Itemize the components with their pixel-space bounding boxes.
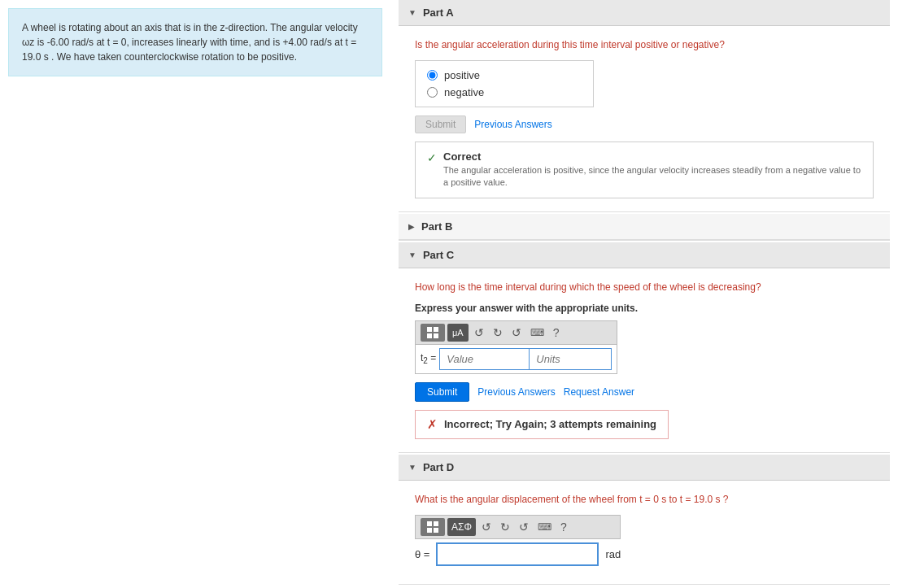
part-b-header[interactable]: ▶ Part B xyxy=(399,214,890,240)
svg-rect-4 xyxy=(427,521,432,526)
part-d-content: What is the angular displacement of the … xyxy=(399,481,890,584)
part-c-express-units: Express your answer with the appropriate… xyxy=(415,303,874,314)
svg-rect-0 xyxy=(427,327,432,332)
part-a-content: Is the angular acceleration during this … xyxy=(399,26,890,211)
part-c-previous-answers-link[interactable]: Previous Answers xyxy=(477,386,555,398)
part-d-toolbar-sigma-button[interactable]: ΑΣΦ xyxy=(447,518,476,536)
part-d-toolbar-reset-button[interactable]: ↺ xyxy=(516,518,532,536)
theta-unit: rad xyxy=(605,548,621,560)
part-a-label: Part A xyxy=(423,7,454,19)
svg-rect-7 xyxy=(434,528,438,533)
keyboard-icon: ⌨ xyxy=(530,327,544,338)
toolbar-redo-button[interactable]: ↻ xyxy=(490,324,506,342)
part-d-toolbar-redo-button[interactable]: ↻ xyxy=(497,518,513,536)
correct-content: Correct The angular acceleration is posi… xyxy=(443,150,861,189)
part-a-previous-answers-link[interactable]: Previous Answers xyxy=(474,119,551,130)
toolbar-reset-button[interactable]: ↺ xyxy=(508,324,525,342)
theta-label: θ = xyxy=(415,548,429,560)
part-d-arrow: ▼ xyxy=(408,463,416,472)
part-a-radio-negative[interactable] xyxy=(427,87,438,98)
part-d-toolbar-container: ΑΣΦ ↺ ↻ ↺ ⌨ ? θ = rad xyxy=(415,515,621,566)
part-c-question: How long is the time interval during whi… xyxy=(415,281,874,293)
part-a-arrow: ▼ xyxy=(408,8,416,17)
toolbar-undo-button[interactable]: ↺ xyxy=(471,324,487,342)
svg-rect-3 xyxy=(434,333,438,338)
part-c-value-input[interactable] xyxy=(440,349,530,369)
part-a-label-negative: negative xyxy=(444,86,484,98)
part-d-section: ▼ Part D What is the angular displacemen… xyxy=(399,455,890,585)
part-d-label: Part D xyxy=(423,461,454,473)
part-c-header[interactable]: ▼ Part C xyxy=(399,242,890,268)
part-d-input-row: θ = rad xyxy=(415,542,621,566)
correct-description: The angular acceleration is positive, si… xyxy=(443,164,861,189)
part-c-answer-container xyxy=(439,348,612,370)
problem-description: A wheel is rotating about an axis that i… xyxy=(8,8,382,76)
part-a-radio-positive[interactable] xyxy=(427,70,438,81)
part-d-theta-input[interactable] xyxy=(436,542,599,566)
part-d-toolbar-undo-button[interactable]: ↺ xyxy=(478,518,495,536)
part-c-toolbar: μΑ ↺ ↻ ↺ ⌨ ? xyxy=(415,320,617,345)
incorrect-text: Incorrect; Try Again; 3 attempts remaini… xyxy=(444,418,656,430)
toolbar-mu-button[interactable]: μΑ xyxy=(447,324,469,342)
part-c-submit-button[interactable]: Submit xyxy=(415,382,469,402)
part-c-content: How long is the time interval during whi… xyxy=(399,268,890,452)
svg-rect-6 xyxy=(427,528,432,533)
correct-title: Correct xyxy=(443,150,861,163)
part-a-options: positive negative xyxy=(415,60,594,107)
part-a-question: Is the angular acceleration during this … xyxy=(415,39,874,50)
part-c-label: Part C xyxy=(423,249,454,261)
part-b-label: Part B xyxy=(421,220,452,233)
part-c-section: ▼ Part C How long is the time interval d… xyxy=(399,242,890,453)
toolbar-grid-button[interactable] xyxy=(421,324,445,342)
part-b-section: ▶ Part B xyxy=(399,214,890,241)
incorrect-icon: ✗ xyxy=(427,417,438,432)
part-b-arrow: ▶ xyxy=(408,222,415,231)
part-d-toolbar-keyboard-button[interactable]: ⌨ xyxy=(534,520,555,534)
part-a-label-positive: positive xyxy=(444,69,480,81)
part-c-action-row: Submit Previous Answers Request Answer xyxy=(415,382,874,402)
part-a-submit-button[interactable]: Submit xyxy=(415,115,466,133)
part-c-result-box: ✗ Incorrect; Try Again; 3 attempts remai… xyxy=(415,410,669,439)
t2-label: t2 = xyxy=(421,352,439,365)
svg-rect-2 xyxy=(427,333,432,338)
part-a-result-box: ✓ Correct The angular acceleration is po… xyxy=(415,142,874,198)
part-d-toolbar: ΑΣΦ ↺ ↻ ↺ ⌨ ? xyxy=(415,515,621,539)
correct-icon: ✓ xyxy=(427,151,437,164)
part-a-submit-row: Submit Previous Answers xyxy=(415,115,874,133)
part-c-units-input[interactable] xyxy=(530,349,611,369)
part-d-toolbar-help-button[interactable]: ? xyxy=(557,518,570,536)
part-a-option-negative[interactable]: negative xyxy=(427,86,582,98)
svg-rect-1 xyxy=(434,327,438,332)
part-c-request-answer-link[interactable]: Request Answer xyxy=(564,386,634,398)
part-c-toolbar-container: μΑ ↺ ↻ ↺ ⌨ ? t2 = xyxy=(415,320,617,374)
part-c-arrow: ▼ xyxy=(408,250,416,259)
toolbar-help-button[interactable]: ? xyxy=(550,324,563,342)
problem-text: A wheel is rotating about an axis that i… xyxy=(22,22,358,63)
part-a-section: ▼ Part A Is the angular acceleration dur… xyxy=(399,0,890,212)
part-d-header[interactable]: ▼ Part D xyxy=(399,455,890,481)
part-a-header[interactable]: ▼ Part A xyxy=(399,0,890,26)
toolbar-keyboard-button[interactable]: ⌨ xyxy=(527,325,547,340)
part-d-keyboard-icon: ⌨ xyxy=(538,521,551,533)
part-d-toolbar-grid-button[interactable] xyxy=(421,518,445,536)
part-d-question: What is the angular displacement of the … xyxy=(415,494,874,505)
part-a-option-positive[interactable]: positive xyxy=(427,69,582,81)
svg-rect-5 xyxy=(434,521,438,526)
right-panel: ▼ Part A Is the angular acceleration dur… xyxy=(390,0,898,588)
part-c-input-row: t2 = xyxy=(415,345,617,374)
